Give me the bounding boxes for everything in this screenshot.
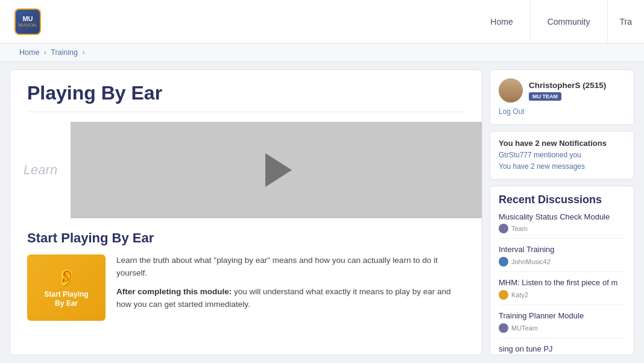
nav-community[interactable]: Community [531, 0, 608, 43]
logo[interactable]: MU MUSICAL [14, 8, 41, 35]
logo-badge: MU MUSICAL [14, 8, 41, 35]
logo-musical-text: MUSICAL [18, 23, 37, 27]
discussion-name-1[interactable]: Interval Training [499, 245, 625, 255]
module-desc1: Learn the truth about what "playing by e… [116, 254, 465, 280]
logo-mu-text: MU [22, 16, 33, 22]
module-description: Learn the truth about what "playing by e… [116, 254, 465, 321]
navbar: MU MUSICAL Home Community Tra [0, 0, 644, 43]
play-button-icon [265, 153, 292, 187]
breadcrumb-sep1: › [44, 48, 46, 57]
breadcrumb: Home › Training › [0, 43, 644, 62]
user-details: ChristopherS (2515) MU TEAM [529, 81, 625, 101]
video-label: Learn [10, 122, 71, 218]
discussion-user-0: Team [511, 225, 528, 232]
discussion-meta-1: JohnMusic42 [499, 257, 625, 267]
discussion-item: MHM: Listen to the first piece of m Katy… [499, 278, 625, 305]
discussion-user-3: MUTeam [511, 324, 538, 332]
discussion-item: sing on tune PJ PJ [499, 344, 625, 355]
discussion-name-0[interactable]: Musicality Status Check Module [499, 212, 625, 223]
page-title: Playing By Ear [27, 82, 465, 112]
discussion-avatar-3 [499, 323, 508, 333]
notification-item-1[interactable]: GtrStu777 mentioned you [499, 150, 625, 160]
discussion-avatar-2 [499, 290, 508, 300]
user-info: ChristopherS (2515) MU TEAM [499, 78, 625, 103]
discussion-meta-2: Katy2 [499, 290, 625, 300]
module-desc2-bold: After completing this module: [116, 287, 232, 296]
discussion-avatar-0 [499, 224, 508, 233]
breadcrumb-training[interactable]: Training [51, 48, 78, 57]
ear-icon: 👂 [56, 268, 77, 288]
video-player[interactable] [71, 122, 482, 218]
notification-item-2[interactable]: You have 2 new messages [499, 162, 625, 172]
module-desc2: After completing this module: you will u… [116, 286, 465, 311]
discussions-card: Recent Discussions Musicality Status Che… [490, 186, 634, 355]
logout-link[interactable]: Log Out [499, 107, 625, 116]
nav-home[interactable]: Home [473, 0, 530, 43]
breadcrumb-sep2: › [82, 48, 84, 57]
discussion-meta-3: MUTeam [499, 323, 625, 333]
discussion-user-2: Katy2 [511, 291, 528, 298]
avatar-face [499, 78, 523, 103]
discussion-name-3[interactable]: Training Planner Module [499, 311, 625, 321]
module-title: Start Playing By Ear [27, 230, 465, 246]
discussion-item: Interval Training JohnMusic42 [499, 245, 625, 272]
discussion-item: Musicality Status Check Module Team [499, 212, 625, 239]
discussion-avatar-1 [499, 257, 508, 267]
discussion-name-2[interactable]: MHM: Listen to the first piece of m [499, 278, 625, 288]
nav-training[interactable]: Tra [608, 0, 644, 43]
breadcrumb-home[interactable]: Home [19, 48, 39, 57]
nav-links: Home Community Tra [473, 0, 644, 43]
avatar [499, 78, 523, 103]
discussion-meta-0: Team [499, 224, 625, 233]
sidebar: ChristopherS (2515) MU TEAM Log Out You … [490, 69, 634, 355]
notifications-card: You have 2 new Notifications GtrStu777 m… [490, 131, 634, 180]
discussions-title: Recent Discussions [499, 194, 625, 206]
user-name: ChristopherS (2515) [529, 81, 625, 90]
mu-team-badge: MU TEAM [529, 92, 561, 101]
user-card: ChristopherS (2515) MU TEAM Log Out [490, 69, 634, 125]
discussion-item: Training Planner Module MUTeam [499, 311, 625, 338]
notifications-title: You have 2 new Notifications [499, 139, 625, 148]
content-area: Playing By Ear Learn Start Playing By Ea… [10, 69, 482, 355]
module-section: Start Playing By Ear 👂 Start PlayingBy E… [27, 230, 465, 321]
discussion-name-4[interactable]: sing on tune PJ [499, 344, 625, 355]
main-layout: Playing By Ear Learn Start Playing By Ea… [0, 62, 644, 362]
module-content: 👂 Start PlayingBy Ear Learn the truth ab… [27, 254, 465, 321]
module-thumbnail[interactable]: 👂 Start PlayingBy Ear [27, 254, 106, 321]
video-container: Learn [10, 122, 482, 218]
discussion-user-1: JohnMusic42 [511, 258, 551, 265]
module-thumbnail-label: Start PlayingBy Ear [44, 290, 88, 308]
